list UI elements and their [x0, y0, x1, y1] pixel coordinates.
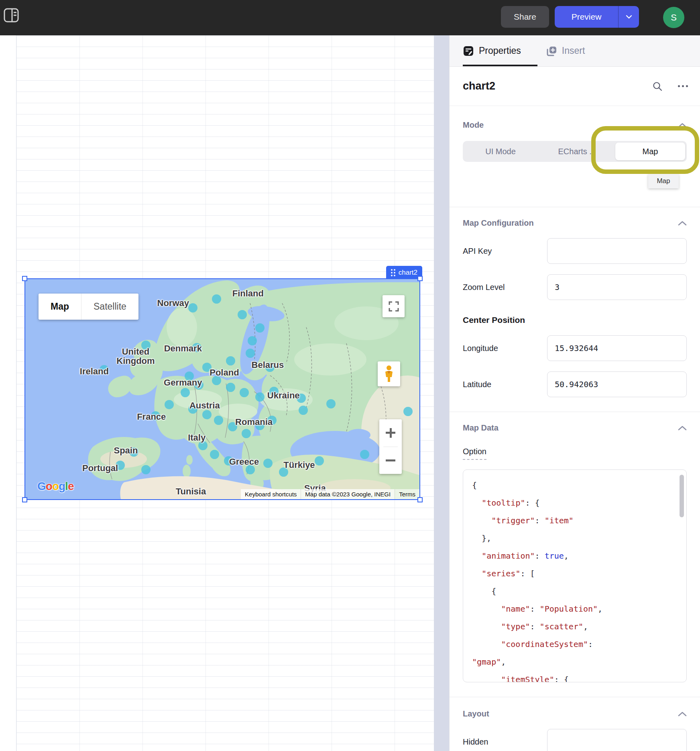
chevron-down-icon [626, 15, 632, 19]
fullscreen-icon [389, 301, 399, 312]
code-line: "type": "scatter", [472, 618, 683, 635]
tab-insert[interactable]: Insert [546, 35, 585, 66]
code-scrollbar-thumb[interactable] [680, 475, 684, 517]
code-line: "name": "Population", [472, 600, 683, 618]
option-code-editor[interactable]: { "tooltip": { "trigger": "item" }, "ani… [463, 469, 687, 682]
sidebar-toggle-icon[interactable] [3, 7, 19, 23]
map-configuration-heading: Map Configuration [463, 218, 534, 228]
code-line: "series": [ [472, 565, 683, 582]
map-tooltip: Map [648, 174, 679, 188]
mode-section: Mode UI Mode ECharts .. Map Map [450, 106, 700, 207]
zoom-out-button[interactable] [379, 447, 402, 474]
terms-link[interactable]: Terms [395, 489, 419, 499]
api-key-input[interactable] [547, 238, 687, 264]
code-lines: { "tooltip": { "trigger": "item" }, "ani… [472, 476, 683, 682]
user-avatar[interactable]: S [663, 7, 684, 28]
more-options-icon[interactable] [678, 85, 688, 87]
map-type-control: Map Satellite [39, 294, 138, 320]
api-key-label: API Key [463, 247, 547, 256]
share-button[interactable]: Share [501, 6, 549, 28]
longitude-label: Longitude [463, 344, 547, 353]
map-configuration-collapse-chevron-icon[interactable] [678, 221, 687, 226]
tab-properties-label: Properties [479, 45, 521, 56]
code-line: "animation": true, [472, 547, 683, 565]
properties-panel: Properties Insert chart2 [449, 35, 700, 751]
code-line: { [472, 582, 683, 600]
latitude-input[interactable] [547, 371, 687, 397]
option-label: Option [463, 447, 486, 460]
mode-option-echarts[interactable]: ECharts .. [538, 147, 614, 156]
layout-heading: Layout [463, 709, 489, 718]
map-data-attribution: Map data ©2023 Google, INEGI [301, 489, 395, 499]
pegman-icon [383, 365, 395, 383]
mode-option-ui-mode[interactable]: UI Mode [463, 147, 538, 156]
mode-option-map[interactable]: Map [615, 143, 685, 160]
center-position-heading: Center Position [463, 315, 687, 325]
search-icon[interactable] [652, 81, 663, 92]
map-attribution: Keyboard shortcuts Map data ©2023 Google… [241, 489, 419, 499]
preview-button-group: Preview [555, 6, 639, 28]
preview-dropdown-button[interactable] [618, 6, 639, 28]
panel-tabbar: Properties Insert [450, 35, 700, 67]
keyboard-shortcuts-link[interactable]: Keyboard shortcuts [241, 489, 301, 499]
map-type-map-button[interactable]: Map [39, 294, 81, 320]
insert-icon [546, 45, 557, 57]
active-tab-underline [463, 65, 537, 66]
tab-insert-label: Insert [562, 45, 585, 56]
resize-handle-bottom-left[interactable] [22, 497, 27, 502]
mode-heading: Mode [463, 120, 484, 130]
widget-title-row: chart2 [450, 67, 700, 106]
latitude-label: Latitude [463, 380, 547, 389]
map-configuration-section: Map Configuration API Key Zoom Level Cen… [450, 207, 700, 412]
layout-section: Layout Hidden [450, 697, 700, 751]
hidden-input[interactable] [547, 729, 687, 751]
pegman-button[interactable] [378, 361, 400, 386]
code-line: "itemStyle": { [472, 671, 683, 682]
code-line: "coordinateSystem": [472, 635, 683, 653]
map-widget-chart2[interactable]: chart2 [25, 279, 419, 499]
layout-collapse-chevron-icon[interactable] [678, 712, 687, 716]
mode-collapse-chevron-icon[interactable] [678, 123, 687, 128]
code-line: }, [472, 529, 683, 547]
fullscreen-button[interactable] [383, 295, 405, 317]
code-line: "trigger": "item" [472, 512, 683, 529]
code-line: { [472, 476, 683, 494]
preview-button[interactable]: Preview [555, 6, 618, 28]
widget-tag-label: chart2 [399, 269, 417, 277]
app-window: Share Preview S chart2 [0, 0, 700, 751]
resize-handle-top-right[interactable] [417, 276, 423, 281]
canvas-scroll-gutter[interactable] [434, 35, 449, 751]
tab-properties[interactable]: Properties [463, 35, 521, 66]
resize-handle-top-left[interactable] [22, 276, 27, 281]
google-logo[interactable]: Google [37, 480, 73, 493]
zoom-level-input[interactable] [547, 274, 687, 300]
map-zoom-control [379, 419, 402, 474]
longitude-input[interactable] [547, 335, 687, 361]
mode-segmented-control: UI Mode ECharts .. Map Map [463, 141, 687, 162]
code-line: "tooltip": { [472, 494, 683, 512]
widget-name: chart2 [463, 80, 495, 92]
resize-handle-bottom-right[interactable] [417, 497, 423, 502]
map-data-collapse-chevron-icon[interactable] [678, 426, 687, 431]
map-data-heading: Map Data [463, 423, 499, 433]
code-line: "gmap", [472, 653, 683, 671]
map-type-satellite-button[interactable]: Satellite [81, 294, 138, 320]
map-data-section: Map Data Option { "tooltip": { "trigger"… [450, 412, 700, 697]
widget-tag[interactable]: chart2 [386, 266, 422, 279]
properties-icon [463, 45, 474, 57]
topbar: Share Preview S [0, 0, 700, 35]
drag-handle-icon [391, 269, 395, 276]
zoom-level-label: Zoom Level [463, 283, 547, 292]
zoom-in-button[interactable] [379, 419, 402, 447]
hidden-label: Hidden [463, 737, 547, 747]
